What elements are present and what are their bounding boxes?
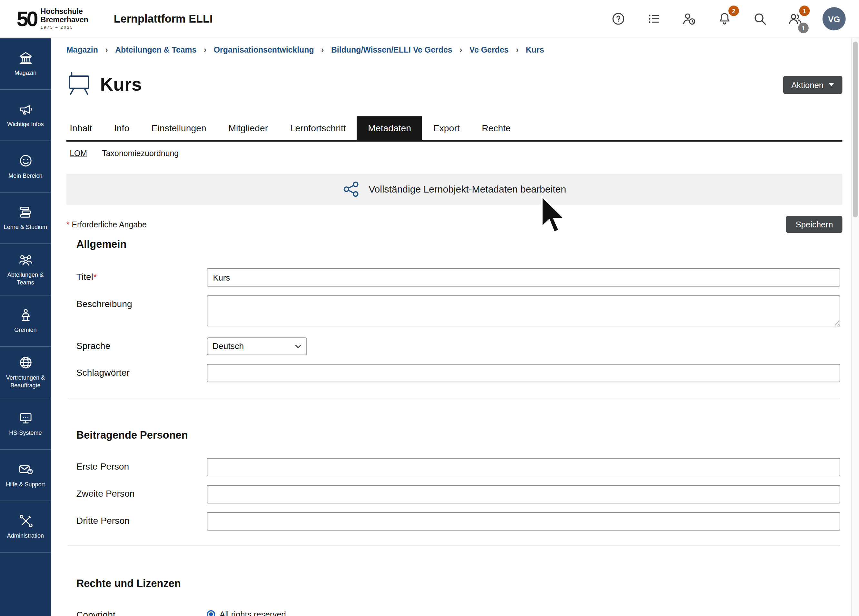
- breadcrumb-item-abteilungen-teams[interactable]: Abteilungen & Teams: [115, 45, 196, 54]
- titel-input[interactable]: [207, 268, 840, 287]
- search-button[interactable]: [751, 11, 768, 27]
- schlagwoerter-control: [207, 364, 840, 383]
- tab-einstellungen[interactable]: Einstellungen: [141, 116, 218, 140]
- tab-metadaten[interactable]: Metadaten: [357, 116, 422, 140]
- schlagwoerter-label: Schlagwörter: [77, 364, 207, 378]
- form-row-schlagwoerter: Schlagwörter: [77, 364, 840, 383]
- sidebar-item-hs-systeme[interactable]: HS-Systeme: [0, 398, 51, 450]
- form-toolbar: * Erforderliche Angabe Speichern: [66, 216, 843, 233]
- notifications-button[interactable]: 2: [716, 11, 732, 27]
- sidebar-item-abteilungen-teams[interactable]: Abteilungen & Teams: [0, 244, 51, 295]
- app-title: Lernplattform ELLI: [114, 13, 213, 25]
- tab-bar: Inhalt Info Einstellungen Mitglieder Ler…: [66, 116, 843, 142]
- dritte-person-control: [207, 512, 840, 530]
- zweite-person-input[interactable]: [207, 485, 840, 503]
- sidebar-item-administration[interactable]: Administration: [0, 501, 51, 553]
- radio-selected-icon[interactable]: [207, 610, 216, 616]
- form-row-zweite-person: Zweite Person: [77, 485, 840, 503]
- titel-control: [207, 268, 840, 287]
- app-root: 50 Hochschule Bremerhaven 1975 – 2025 Le…: [0, 0, 859, 616]
- form-row-beschreibung: Beschreibung: [77, 295, 840, 328]
- sidebar-item-lehre-studium[interactable]: Lehre & Studium: [0, 192, 51, 244]
- copyright-label: Copyright: [77, 606, 207, 616]
- todo-list-button[interactable]: [645, 11, 662, 27]
- section-beitragende-heading: Beitragende Personen: [77, 429, 843, 441]
- breadcrumb-item-bildung-wissen[interactable]: Bildung/Wissen/ELLI Ve Gerdes: [331, 45, 452, 54]
- share-icon: [343, 180, 361, 198]
- tab-info[interactable]: Info: [103, 116, 141, 140]
- sidebar-item-gremien[interactable]: Gremien: [0, 295, 51, 347]
- sidebar-item-hilfe-support[interactable]: ? Hilfe & Support: [0, 450, 51, 502]
- breadcrumb: Magazin › Abteilungen & Teams › Organisa…: [66, 38, 843, 54]
- subtab-lom[interactable]: LOM: [70, 149, 87, 157]
- form-row-dritte-person: Dritte Person: [77, 512, 840, 530]
- sidebar-item-label: Lehre & Studium: [4, 224, 47, 231]
- section-rechte-heading: Rechte und Lizenzen: [77, 578, 843, 590]
- bank-icon: [18, 50, 33, 65]
- zweite-person-control: [207, 485, 840, 503]
- form-row-copyright: Copyright All rights reserved: [77, 606, 840, 616]
- mail-question-icon: ?: [18, 462, 33, 477]
- header-icon-cluster: 2 1 1 VG: [610, 7, 846, 30]
- tab-export[interactable]: Export: [422, 116, 470, 140]
- sprache-select[interactable]: Deutsch: [207, 337, 307, 355]
- page-header: Kurs Aktionen: [66, 71, 843, 99]
- user-clock-icon: [682, 12, 697, 26]
- megaphone-icon: [18, 102, 33, 117]
- form-row-erste-person: Erste Person: [77, 458, 840, 476]
- breadcrumb-item-organisationsentwicklung[interactable]: Organisationsentwicklung: [214, 45, 314, 54]
- breadcrumb-item-ve-gerdes[interactable]: Ve Gerdes: [470, 45, 509, 54]
- dritte-person-input[interactable]: [207, 512, 840, 530]
- required-asterisk: *: [66, 220, 70, 229]
- help-icon: [611, 12, 626, 26]
- section-divider: [67, 398, 840, 398]
- logo-years: 1975 – 2025: [41, 25, 88, 30]
- erste-person-control: [207, 458, 840, 476]
- sprache-selected-value: Deutsch: [212, 341, 244, 351]
- sidebar-item-label: Wichtige Infos: [7, 120, 44, 128]
- actions-button[interactable]: Aktionen: [783, 75, 842, 94]
- sidebar-item-label: Mein Bereich: [8, 172, 42, 180]
- sidebar-item-magazin[interactable]: Magazin: [0, 38, 51, 90]
- monitor-icon: [18, 411, 33, 425]
- form-row-sprache: Sprache Deutsch: [77, 337, 840, 355]
- hochschule-bremerhaven-logo[interactable]: 50 Hochschule Bremerhaven 1975 – 2025: [16, 8, 88, 30]
- caret-down-icon: [829, 83, 834, 86]
- contacts-badge-top: 1: [799, 5, 810, 16]
- schlagwoerter-input[interactable]: [207, 364, 840, 383]
- tab-mitglieder[interactable]: Mitglieder: [217, 116, 279, 140]
- breadcrumb-item-magazin[interactable]: Magazin: [66, 45, 98, 54]
- svg-text:?: ?: [29, 470, 31, 474]
- tab-lernfortschritt[interactable]: Lernfortschritt: [279, 116, 357, 140]
- scrollbar-thumb[interactable]: [853, 42, 858, 217]
- sidebar-item-vertretungen-beauftragte[interactable]: Vertretungen & Beauftragte: [0, 347, 51, 398]
- help-button[interactable]: [610, 11, 626, 27]
- breadcrumb-item-kurs[interactable]: Kurs: [526, 45, 544, 54]
- tools-icon: [18, 513, 33, 528]
- actions-button-label: Aktionen: [791, 80, 823, 89]
- erste-person-input[interactable]: [207, 458, 840, 476]
- tab-rechte[interactable]: Rechte: [471, 116, 522, 140]
- tab-inhalt[interactable]: Inhalt: [66, 116, 103, 140]
- vertical-scrollbar[interactable]: [851, 38, 859, 616]
- avatar[interactable]: VG: [823, 7, 846, 30]
- smiley-icon: [18, 153, 33, 168]
- contacts-badge-bottom: 1: [798, 23, 809, 33]
- subtab-taxonomiezuordnung[interactable]: Taxonomiezuordnung: [102, 149, 179, 157]
- top-header: 50 Hochschule Bremerhaven 1975 – 2025 Le…: [0, 0, 859, 38]
- who-is-online-button[interactable]: [681, 11, 697, 27]
- save-button[interactable]: Speichern: [786, 216, 842, 233]
- beschreibung-label: Beschreibung: [77, 295, 207, 309]
- beschreibung-textarea[interactable]: [207, 295, 840, 327]
- beschreibung-control: [207, 295, 840, 328]
- contacts-button[interactable]: 1 1: [787, 11, 804, 27]
- zweite-person-label: Zweite Person: [77, 485, 207, 499]
- sidebar-item-mein-bereich[interactable]: Mein Bereich: [0, 141, 51, 192]
- sidebar-item-label: Magazin: [14, 69, 36, 77]
- sidebar-item-wichtige-infos[interactable]: Wichtige Infos: [0, 90, 51, 141]
- edit-full-metadata-link[interactable]: Vollständige Lernobjekt-Metadaten bearbe…: [343, 180, 566, 198]
- list-icon: [647, 12, 661, 26]
- copyright-radio-option[interactable]: All rights reserved: [207, 608, 840, 616]
- section-divider: [67, 545, 840, 546]
- required-asterisk: *: [93, 272, 97, 281]
